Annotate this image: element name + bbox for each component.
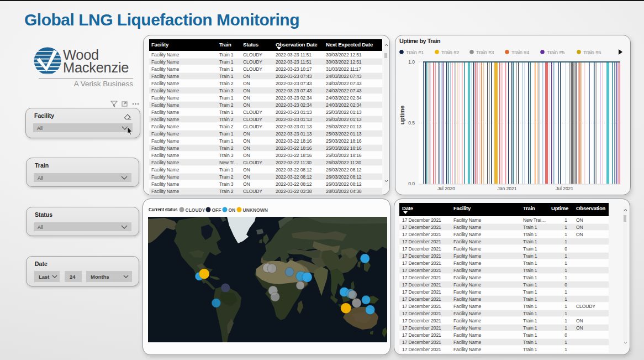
svg-text:Jan 2021: Jan 2021 [498, 186, 517, 191]
svg-text:A Verisk Business: A Verisk Business [74, 80, 134, 88]
svg-text:ON: ON [229, 207, 236, 213]
svg-text:Uptime by Train: Uptime by Train [399, 38, 440, 44]
svg-text:Train #2: Train #2 [441, 50, 459, 55]
svg-text:UNKNOWN: UNKNOWN [243, 207, 268, 213]
svg-text:Train #1: Train #1 [406, 50, 424, 55]
svg-text:Train #5: Train #5 [547, 50, 564, 55]
svg-text:Train #3: Train #3 [476, 50, 494, 55]
svg-text:0.0: 0.0 [408, 181, 415, 186]
svg-text:Mackenzie: Mackenzie [63, 60, 129, 75]
svg-text:Jul 2021: Jul 2021 [556, 186, 573, 191]
svg-text:Jul 2020: Jul 2020 [437, 186, 455, 191]
svg-text:uptime: uptime [399, 106, 405, 125]
svg-text:OFF: OFF [212, 207, 221, 213]
svg-text:CLOUDY: CLOUDY [186, 207, 205, 213]
svg-text:1.0: 1.0 [408, 59, 415, 65]
svg-text:0.5: 0.5 [408, 120, 415, 126]
svg-text:Train #4: Train #4 [511, 50, 529, 55]
svg-text:Train #6: Train #6 [583, 50, 601, 55]
